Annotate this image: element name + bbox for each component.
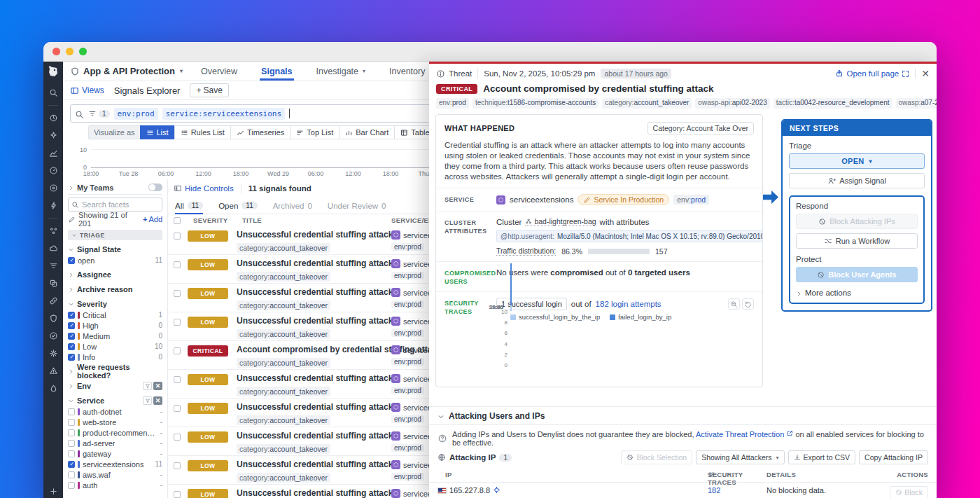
visualize-option-bar-chart[interactable]: Bar Chart: [339, 125, 394, 139]
signal-tag[interactable]: category:account_takeover: [237, 272, 330, 282]
facet-section-header[interactable]: Severity: [68, 298, 162, 310]
facet-section-header[interactable]: Were requests blocked?: [68, 365, 162, 377]
row-checkbox[interactable]: [174, 290, 181, 297]
attacking-users-section-header[interactable]: Attacking Users and IPs: [429, 406, 937, 425]
legend-item[interactable]: successful_login_by_the_ip: [510, 313, 600, 321]
query-token[interactable]: service:serviceextensions: [162, 108, 286, 120]
facet-item-ad-server[interactable]: ad-server-: [68, 438, 162, 448]
cluster-name-link[interactable]: bad-lightgreen-bag: [525, 217, 596, 226]
filter-count[interactable]: 1: [88, 109, 110, 118]
facet-search[interactable]: [68, 198, 162, 212]
sidebar-item-profiling[interactable]: [48, 383, 59, 394]
attacking-ip-row[interactable]: 165.227.8.8182No blocking data.Block: [429, 483, 937, 498]
facet-item-aws-waf[interactable]: aws.waf-: [68, 469, 162, 480]
export-csv-button[interactable]: Export to CSV: [788, 450, 856, 464]
signal-tag[interactable]: tactic:ta0042-resource_development: [774, 98, 892, 109]
facet-item-open[interactable]: open11: [68, 255, 162, 265]
row-checkbox[interactable]: [174, 434, 181, 441]
facet-checkbox[interactable]: [68, 440, 75, 447]
facet-item-critical[interactable]: Critical1: [68, 310, 162, 320]
block-ip-button[interactable]: Block: [890, 486, 928, 498]
facet-item-product-recommendation[interactable]: product-recommendation-: [68, 427, 162, 438]
activate-threat-protection-link[interactable]: Activate Threat Protection: [696, 430, 784, 438]
more-actions-toggle[interactable]: More actions: [796, 289, 918, 297]
signal-tag[interactable]: technique:t1586-compromise-accounts: [472, 98, 598, 109]
visualize-option-list[interactable]: List: [140, 125, 174, 139]
row-checkbox[interactable]: [174, 347, 181, 354]
signals-tab-open[interactable]: Open11: [218, 198, 258, 214]
copy-attacking-ip-button[interactable]: Copy Attacking IP: [859, 450, 928, 464]
signal-tag[interactable]: category:account_takeover: [237, 358, 330, 368]
my-teams-switch[interactable]: [148, 184, 162, 191]
signal-tag[interactable]: category:account_takeover: [237, 300, 330, 310]
facet-filter-button[interactable]: [143, 382, 152, 390]
facet-filter-button[interactable]: [143, 396, 152, 405]
visualize-option-rules-list[interactable]: Rules List: [174, 125, 230, 139]
my-teams-toggle-row[interactable]: My Teams: [68, 181, 162, 195]
minimize-window-button[interactable]: [66, 48, 74, 55]
facet-checkbox[interactable]: [68, 461, 75, 468]
run-workflow-button[interactable]: Run a Workflow: [796, 233, 918, 249]
facet-group-triage[interactable]: TRIAGE: [68, 230, 162, 240]
signal-tag[interactable]: category:account_takeover: [237, 243, 330, 253]
row-checkbox[interactable]: [174, 376, 181, 383]
env-tag[interactable]: env:prod: [673, 195, 709, 205]
facet-section-header[interactable]: Env✕: [68, 380, 162, 392]
views-button[interactable]: Views: [70, 85, 104, 95]
facet-clear-button[interactable]: ✕: [153, 396, 162, 405]
signal-tag[interactable]: category:account_takeover: [237, 329, 330, 339]
signals-tab-all[interactable]: All11: [175, 198, 203, 214]
tab-inventory[interactable]: Inventory▾: [389, 62, 432, 81]
tab-investigate[interactable]: Investigate▾: [316, 62, 365, 81]
row-checkbox[interactable]: [174, 405, 181, 412]
visualize-option-timeseries[interactable]: Timeseries: [230, 125, 290, 139]
facet-checkbox[interactable]: [68, 471, 75, 478]
crosshair-icon[interactable]: [493, 486, 500, 494]
facet-item-web-store[interactable]: web-store-: [68, 417, 162, 427]
facet-search-input[interactable]: [82, 200, 159, 209]
facet-item-high[interactable]: High0: [68, 320, 162, 331]
close-panel-button[interactable]: ✕: [921, 68, 930, 79]
sidebar-item-processes[interactable]: [48, 226, 59, 236]
login-attempts-link[interactable]: 182 login attempts: [596, 300, 662, 308]
facet-item-auth[interactable]: auth-: [68, 480, 162, 490]
facet-item-auth-dotnet[interactable]: auth-dotnet-: [68, 406, 162, 417]
facet-item-gateway[interactable]: gateway-: [68, 448, 162, 459]
save-view-button[interactable]: +Save: [190, 83, 228, 97]
signal-tag[interactable]: owasp-api:api02-2023: [695, 98, 769, 109]
datadog-logo-icon[interactable]: [46, 64, 60, 78]
sidebar-item-settings[interactable]: [48, 348, 59, 359]
signal-tag[interactable]: category:account_takeover: [237, 415, 330, 425]
sidebar-item-apm[interactable]: [48, 183, 59, 193]
sidebar-item-monitors[interactable]: [48, 165, 59, 176]
row-checkbox[interactable]: [174, 319, 181, 326]
tab-signals[interactable]: Signals: [261, 62, 292, 81]
product-switcher[interactable]: App & API Protection ▾: [70, 66, 183, 76]
facet-checkbox[interactable]: [68, 343, 75, 350]
facet-checkbox[interactable]: [68, 333, 75, 340]
legend-item[interactable]: failed_login_by_ip: [610, 313, 671, 321]
reset-zoom-button[interactable]: [742, 298, 754, 310]
signal-tag[interactable]: category:account_takeover: [237, 473, 330, 483]
facet-item-info[interactable]: Info0: [68, 352, 162, 362]
signal-tag[interactable]: category:account_takeover: [602, 98, 692, 109]
facet-clear-button[interactable]: ✕: [153, 382, 162, 390]
facet-section-header[interactable]: Archive reason: [68, 283, 162, 295]
service-name[interactable]: serviceextensions: [510, 195, 573, 204]
sidebar-item-bits-ai[interactable]: [48, 130, 59, 141]
service-in-production-badge[interactable]: Service In Production: [578, 194, 669, 205]
sidebar-item-integrations[interactable]: [48, 278, 59, 289]
assign-signal-button[interactable]: Assign Signal: [789, 173, 925, 188]
block-attacking-ips-button[interactable]: Block Attacking IPs: [796, 214, 918, 229]
visualize-option-top-list[interactable]: Top List: [290, 125, 339, 139]
sidebar-item-watchdog[interactable]: [48, 113, 59, 123]
sidebar-item-add[interactable]: [48, 486, 59, 497]
attackers-filter-dropdown[interactable]: Showing All Attackers▾: [696, 450, 784, 464]
sidebar-item-error-tracking[interactable]: [48, 366, 59, 376]
facet-section-header[interactable]: Service✕: [68, 394, 162, 406]
signals-tab-archived[interactable]: Archived0: [273, 198, 312, 214]
select-all-checkbox[interactable]: [174, 217, 181, 224]
sidebar-item-service-links[interactable]: [48, 296, 59, 306]
useragent-attribute[interactable]: @http.useragent: Mozilla/5.0 (Macintosh;…: [496, 230, 763, 242]
facet-item-medium[interactable]: Medium0: [68, 331, 162, 341]
